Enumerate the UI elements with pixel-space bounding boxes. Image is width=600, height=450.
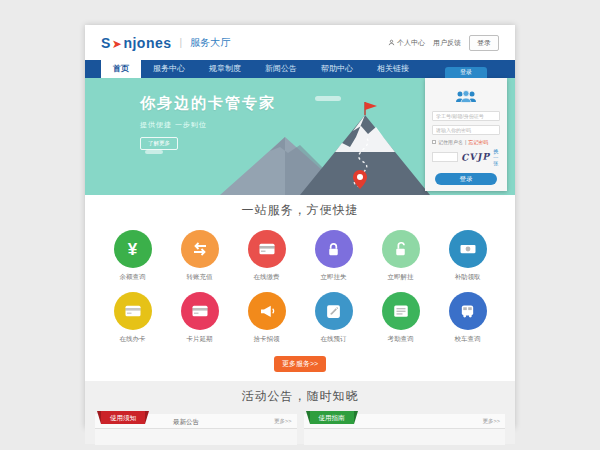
bus-icon bbox=[459, 303, 476, 320]
captcha-row: CVJP 换一张 bbox=[432, 148, 500, 166]
service-online-card-apply[interactable]: 在线办卡 bbox=[99, 292, 166, 344]
service-report-loss[interactable]: 立即挂失 bbox=[300, 230, 367, 282]
service-attendance-inquiry[interactable]: 考勤查询 bbox=[367, 292, 434, 344]
hero-title: 你身边的卡管专家 bbox=[140, 94, 276, 113]
remember-row: 记住用户名 | 忘记密码 bbox=[432, 139, 500, 145]
unlock-icon bbox=[392, 241, 409, 258]
change-captcha-link[interactable]: 换一张 bbox=[493, 148, 500, 166]
flag-icon bbox=[365, 102, 377, 110]
yuan-icon: ¥ bbox=[128, 241, 137, 258]
service-online-payment[interactable]: 在线缴费 bbox=[233, 230, 300, 282]
nav-item-service-center[interactable]: 服务中心 bbox=[141, 60, 197, 78]
services-title: 一站服务，方便快捷 bbox=[85, 202, 515, 219]
user-guide-ribbon[interactable]: 使用指南 bbox=[310, 411, 354, 424]
credit-card-icon bbox=[258, 240, 276, 258]
services-section: 一站服务，方便快捷 ¥ 余额查询 转账充值 在线缴费 bbox=[85, 195, 515, 372]
user-feedback-label: 用户反馈 bbox=[433, 38, 461, 48]
guide-panel-right-header: 使用指南 更多>> bbox=[304, 414, 506, 429]
usage-notes-ribbon[interactable]: 使用须知 bbox=[101, 411, 145, 424]
announcement-panels: 使用须知 最新公告 更多>> 使用指南 更多>> bbox=[95, 414, 505, 445]
site-name: 服务大厅 bbox=[190, 36, 230, 50]
header-divider: | bbox=[180, 37, 183, 48]
login-panel: 登录 记住用户名 | 忘记密码 CVJP 换一张 登录 bbox=[425, 78, 507, 191]
nav-item-links[interactable]: 相关链接 bbox=[365, 60, 421, 78]
login-users-row bbox=[432, 89, 500, 107]
services-grid: ¥ 余额查询 转账充值 在线缴费 立即挂失 bbox=[99, 230, 501, 344]
lock-icon bbox=[325, 241, 342, 258]
service-school-bus-inquiry[interactable]: 校车查询 bbox=[434, 292, 501, 344]
synjones-logo[interactable]: S➤njones bbox=[101, 35, 172, 51]
logo-arrow-icon: ➤ bbox=[112, 37, 123, 51]
username-input[interactable] bbox=[432, 111, 500, 121]
hero-more-button[interactable]: 了解更多 bbox=[140, 137, 178, 150]
card-icon bbox=[191, 302, 209, 320]
notice-panel-left-body bbox=[95, 429, 297, 445]
service-online-booking[interactable]: 在线预订 bbox=[300, 292, 367, 344]
guide-panel-right: 使用指南 更多>> bbox=[304, 414, 506, 445]
users-group-icon bbox=[455, 90, 477, 103]
service-cancel-loss[interactable]: 立即解挂 bbox=[367, 230, 434, 282]
user-feedback-link[interactable]: 用户反馈 bbox=[433, 38, 461, 48]
more-services-button[interactable]: 更多服务>> bbox=[274, 356, 326, 372]
megaphone-icon bbox=[258, 302, 276, 320]
card-icon bbox=[124, 302, 142, 320]
announcements-title: 活动公告，随时知晓 bbox=[85, 388, 515, 405]
captcha-input[interactable] bbox=[432, 152, 458, 162]
attendance-list-icon bbox=[392, 302, 410, 320]
header-links: 个人中心 用户反馈 登录 bbox=[388, 35, 499, 51]
notice-panel-left-header: 使用须知 最新公告 更多>> bbox=[95, 414, 297, 429]
service-lost-card-claim[interactable]: 拾卡招领 bbox=[233, 292, 300, 344]
nav-item-news[interactable]: 新闻公告 bbox=[253, 60, 309, 78]
hero-subtitle: 提供便捷 一步到位 bbox=[140, 120, 276, 130]
logo-text-rest: njones bbox=[123, 35, 171, 51]
personal-center-label: 个人中心 bbox=[397, 38, 425, 48]
header-login-button[interactable]: 登录 bbox=[469, 35, 499, 51]
service-card-extension[interactable]: 卡片延期 bbox=[166, 292, 233, 344]
remember-label: 记住用户名 bbox=[438, 139, 463, 145]
notice-panel-left: 使用须知 最新公告 更多>> bbox=[95, 414, 297, 445]
login-tab[interactable]: 登录 bbox=[445, 67, 487, 78]
right-more-link[interactable]: 更多>> bbox=[483, 414, 500, 429]
site-header: S➤njones | 服务大厅 个人中心 用户反馈 登录 bbox=[85, 25, 515, 60]
banknote-icon bbox=[459, 240, 477, 258]
captcha-image[interactable]: CVJP bbox=[461, 151, 491, 163]
login-submit-button[interactable]: 登录 bbox=[435, 173, 497, 185]
service-balance-inquiry[interactable]: ¥ 余额查询 bbox=[99, 230, 166, 282]
logo-text-s: S bbox=[101, 35, 111, 51]
person-icon bbox=[388, 39, 395, 46]
service-transfer-recharge[interactable]: 转账充值 bbox=[166, 230, 233, 282]
desktop-background: S➤njones | 服务大厅 个人中心 用户反馈 登录 首页 服务中心 规章制… bbox=[0, 0, 600, 450]
nav-item-rules[interactable]: 规章制度 bbox=[197, 60, 253, 78]
personal-center-link[interactable]: 个人中心 bbox=[388, 38, 425, 48]
guide-panel-right-body bbox=[304, 429, 506, 445]
edit-icon bbox=[325, 303, 342, 320]
hero-text-block: 你身边的卡管专家 提供便捷 一步到位 了解更多 bbox=[140, 94, 276, 150]
login-row-divider: | bbox=[465, 139, 466, 145]
browser-page: S➤njones | 服务大厅 个人中心 用户反馈 登录 首页 服务中心 规章制… bbox=[85, 25, 515, 428]
nav-item-help-center[interactable]: 帮助中心 bbox=[309, 60, 365, 78]
forgot-password-link[interactable]: 忘记密码 bbox=[468, 139, 488, 145]
left-more-link[interactable]: 更多>> bbox=[274, 414, 291, 429]
cloud-decoration bbox=[145, 150, 163, 154]
service-subsidy-collect[interactable]: 补助领取 bbox=[434, 230, 501, 282]
remember-checkbox[interactable] bbox=[432, 140, 436, 144]
transfer-arrows-icon bbox=[191, 240, 209, 258]
nav-item-home[interactable]: 首页 bbox=[101, 60, 141, 78]
announcements-section: 活动公告，随时知晓 使用须知 最新公告 更多>> 使用指南 更多>> bbox=[85, 381, 515, 444]
password-input[interactable] bbox=[432, 125, 500, 135]
latest-announcements-tab[interactable]: 最新公告 bbox=[173, 414, 199, 429]
